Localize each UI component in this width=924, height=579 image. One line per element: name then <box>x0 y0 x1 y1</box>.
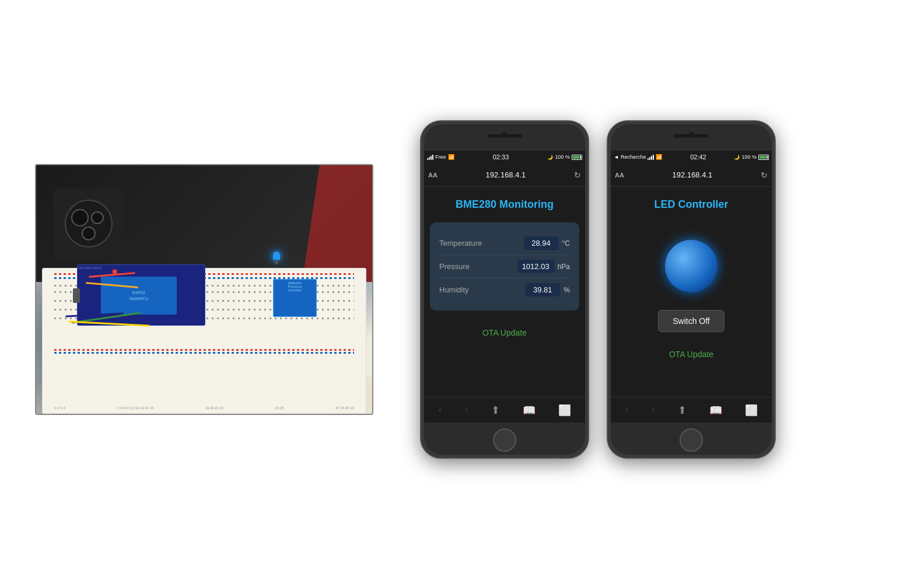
tabs-btn-1[interactable]: ⬜ <box>552 402 577 419</box>
share-btn-2[interactable]: ⬆ <box>672 402 692 419</box>
carrier-label-1: Free <box>435 154 446 160</box>
humidity-value-unit: 39.81 % <box>525 283 570 297</box>
battery-pct-1: 100 % <box>555 154 570 160</box>
photo-section: 1 2 3 47 8 9 10 11 12 13 14 1519 20 21 2… <box>35 164 373 415</box>
time-2: 02:42 <box>690 154 706 161</box>
forward-btn-2[interactable]: › <box>646 402 661 418</box>
pressure-unit: hPa <box>558 263 570 271</box>
aa-label-1[interactable]: AA <box>428 172 438 179</box>
battery-icon-2 <box>758 155 769 160</box>
temp-value-unit: 28.94 °C <box>524 236 570 250</box>
phone-top-1 <box>421 121 588 151</box>
pressure-row: Pressure 1012.03 hPa <box>439 255 570 278</box>
back-btn-2[interactable]: ‹ <box>620 402 635 418</box>
home-area-2 <box>608 423 775 458</box>
svg-point-2 <box>92 212 103 224</box>
phone-screen-1: BME280 Monitoring Temperature 28.94 °C P… <box>421 187 588 397</box>
svg-point-3 <box>82 227 95 240</box>
main-container: 1 2 3 47 8 9 10 11 12 13 14 1519 20 21 2… <box>0 0 924 579</box>
led-indicator[interactable] <box>665 240 718 292</box>
temperature-row: Temperature 28.94 °C <box>439 232 570 255</box>
pressure-value: 1012.03 <box>517 260 554 273</box>
status-left-2: ◄ Recherche 📶 <box>614 154 662 160</box>
switch-off-button[interactable]: Switch Off <box>658 310 724 332</box>
status-left-1: Free 📶 <box>427 154 454 160</box>
home-button-1[interactable] <box>493 428 516 452</box>
ota-link-2[interactable]: OTA Update <box>669 350 713 359</box>
power-button-mid-2 <box>775 206 776 224</box>
home-area-1 <box>421 423 588 458</box>
phone-2: ◄ Recherche 📶 02:42 🌙 100 % <box>607 120 776 459</box>
reload-icon-2[interactable]: ↻ <box>761 170 768 180</box>
volume-button-2 <box>607 191 608 221</box>
tabs-btn-2[interactable]: ⬜ <box>739 402 764 419</box>
wifi-icon-2: 📶 <box>656 154 662 160</box>
temp-value: 28.94 <box>524 236 559 250</box>
humidity-value: 39.81 <box>525 283 560 297</box>
breadboard-photo: 1 2 3 47 8 9 10 11 12 13 14 1519 20 21 2… <box>35 164 373 415</box>
bookmarks-btn-1[interactable]: 📖 <box>517 402 541 419</box>
toolbar-1: ‹ › ⬆ 📖 ⬜ <box>421 397 588 423</box>
phone-top-2 <box>608 121 775 151</box>
reload-icon-1[interactable]: ↻ <box>574 170 581 180</box>
front-camera-1 <box>502 132 507 137</box>
humidity-label: Humidity <box>439 285 469 294</box>
bookmarks-btn-2[interactable]: 📖 <box>704 402 728 419</box>
status-right-1: 🌙 100 % <box>547 154 582 160</box>
phone-screen-2: LED Controller Switch Off OTA Update <box>608 187 775 397</box>
temp-label: Temperature <box>439 239 482 247</box>
signal-icon-1 <box>427 154 433 160</box>
power-button-mid <box>588 206 589 224</box>
forward-btn-1[interactable]: › <box>459 402 474 418</box>
share-btn-1[interactable]: ⬆ <box>485 402 506 419</box>
signal-icon-2 <box>648 154 654 160</box>
address-bar-1[interactable]: AA 192.168.4.1 ↻ <box>421 163 588 187</box>
battery-icon-1 <box>572 155 582 160</box>
url-field-1[interactable]: 192.168.4.1 <box>486 170 526 179</box>
pressure-label: Pressure <box>439 262 470 271</box>
sensor-card: Temperature 28.94 °C Pressure 1012.03 hP… <box>430 222 579 311</box>
status-bar-2: ◄ Recherche 📶 02:42 🌙 100 % <box>608 151 775 163</box>
led-page-title: LED Controller <box>654 198 728 211</box>
ota-link-1[interactable]: OTA Update <box>482 328 527 337</box>
time-1: 02:33 <box>493 154 509 161</box>
home-button-2[interactable] <box>680 428 703 452</box>
moon-icon-2: 🌙 <box>734 155 740 160</box>
battery-pct-2: 100 % <box>741 154 757 160</box>
carrier-label-2: Recherche <box>621 154 646 160</box>
back-carrier-icon: ◄ <box>614 154 619 160</box>
front-camera-2 <box>689 132 694 137</box>
aa-label-2[interactable]: AA <box>615 172 624 179</box>
moon-icon-1: 🌙 <box>547 155 553 160</box>
wifi-icon-1: 📶 <box>448 154 454 160</box>
address-bar-2[interactable]: AA 192.168.4.1 ↻ <box>608 163 775 187</box>
status-right-2: 🌙 100 % <box>734 154 769 160</box>
status-bar-1: Free 📶 02:33 🌙 100 % <box>421 151 588 163</box>
phone-1: Free 📶 02:33 🌙 100 % AA 192.168.4.1 ↻ <box>420 120 589 459</box>
phones-section: Free 📶 02:33 🌙 100 % AA 192.168.4.1 ↻ <box>420 120 776 459</box>
power-button-top <box>588 180 589 197</box>
bme-page-title: BME280 Monitoring <box>456 198 554 211</box>
url-field-2[interactable]: 192.168.4.1 <box>673 170 713 179</box>
humidity-unit: % <box>564 286 570 294</box>
humidity-row: Humidity 39.81 % <box>439 278 570 301</box>
power-button-top-2 <box>775 180 776 197</box>
back-btn-1[interactable]: ‹ <box>433 402 448 418</box>
pressure-value-unit: 1012.03 hPa <box>517 260 570 273</box>
toolbar-2: ‹ › ⬆ 📖 ⬜ <box>608 397 775 423</box>
svg-point-1 <box>72 210 88 226</box>
volume-button <box>420 191 421 221</box>
temp-unit: °C <box>562 239 570 247</box>
